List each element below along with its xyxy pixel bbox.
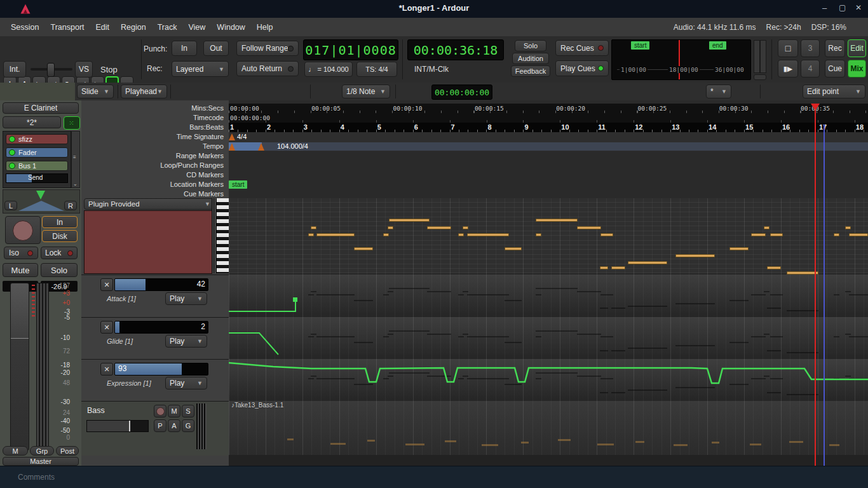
lane-automation-mode-dropdown[interactable]: Play▼ <box>165 292 207 305</box>
menu-region[interactable]: Region <box>115 23 152 32</box>
midi-note[interactable] <box>458 233 464 236</box>
bbt-clock[interactable]: 017|01|0008 <box>303 39 398 60</box>
menu-view[interactable]: View <box>182 23 211 32</box>
time-signature-button[interactable]: TS: 4/4 <box>356 62 397 77</box>
timesig-ruler[interactable]: 4/4 <box>229 132 868 142</box>
send-slider[interactable]: Send <box>6 173 68 183</box>
rec-page-button[interactable]: Rec <box>825 39 845 57</box>
secondary-clock[interactable]: 00:00:00:00 <box>431 85 492 100</box>
mini-timeline[interactable]: start end 1|00|00 18|00|00 36|00|00 <box>611 39 751 80</box>
midi-input-icon[interactable]: ⁙ <box>64 116 80 130</box>
fader-track[interactable] <box>10 283 29 451</box>
ruler-label-loop-punch-ranges[interactable]: Loop/Punch Ranges <box>81 161 224 170</box>
edit-mode-dropdown[interactable]: Slide▼ <box>77 85 114 98</box>
menu-session[interactable]: Session <box>5 23 44 32</box>
midi-note[interactable] <box>311 226 316 229</box>
play-cues-button[interactable]: Play Cues <box>555 60 609 76</box>
start-marker-tag[interactable]: start <box>631 41 649 50</box>
midi-note[interactable] <box>354 247 373 250</box>
menu-window[interactable]: Window <box>211 23 250 32</box>
midi-note[interactable] <box>770 233 783 236</box>
midi-note[interactable] <box>600 233 613 236</box>
processor-active-led[interactable] <box>9 149 15 156</box>
timesig-marker-icon[interactable] <box>229 133 235 140</box>
bass-record-button[interactable] <box>154 405 166 417</box>
midi-note[interactable] <box>308 233 314 236</box>
bass-midi-note[interactable] <box>367 440 375 442</box>
track-name-button[interactable]: E Clarinet <box>3 102 79 114</box>
ruler-label-time-signature[interactable]: Time Signature <box>81 132 224 142</box>
io-button[interactable]: *2* <box>3 116 61 128</box>
midi-note[interactable] <box>383 233 389 236</box>
pan-widget[interactable]: L R <box>3 189 80 214</box>
cd-markers-ruler[interactable] <box>229 170 868 180</box>
grid-4-button[interactable]: 4 <box>801 60 820 78</box>
grid-unit-dropdown[interactable]: 1/8 Note▼ <box>342 85 390 98</box>
loop-punch-ruler[interactable] <box>229 161 868 171</box>
bass-midi-note[interactable] <box>330 443 346 445</box>
midi-note[interactable] <box>388 226 393 229</box>
output-button[interactable]: Master <box>3 457 79 466</box>
punch-in-button[interactable]: In <box>172 41 197 56</box>
solo-indicator-button[interactable]: Solo <box>515 40 546 51</box>
midi-channel-panel[interactable] <box>84 210 212 274</box>
mute-button[interactable]: Mute <box>3 263 38 277</box>
mono-button[interactable]: M <box>3 446 28 456</box>
cue-strip-button[interactable]: ▮▶ <box>778 60 798 78</box>
solo-button[interactable]: Solo <box>41 263 78 277</box>
ruler-area[interactable]: 00:00:00:00 4/4 104.000/4 start 00:00:00… <box>229 100 868 199</box>
midi-note[interactable] <box>675 254 715 257</box>
processor-sfizz[interactable]: sfizz <box>6 134 68 144</box>
lane-value-slider[interactable]: 93 <box>114 363 208 376</box>
processor-box[interactable]: sfizzFaderBus 1 Send <box>3 131 71 188</box>
bass-mute-button[interactable]: M <box>168 405 180 417</box>
midi-note[interactable] <box>611 266 625 269</box>
editor-canvas[interactable]: ♪Take13_Bass-1.1 <box>229 198 868 466</box>
end-marker-tag[interactable]: end <box>709 41 726 50</box>
midi-note[interactable] <box>536 219 578 222</box>
grid-3-button[interactable]: 3 <box>801 39 820 57</box>
bass-midi-note[interactable] <box>445 440 456 442</box>
vari-speed-button[interactable]: VS <box>75 61 93 78</box>
timecode-ruler[interactable]: 00:00:00:00 <box>229 113 868 123</box>
start-location-marker[interactable]: start <box>229 180 247 189</box>
record-enable-button[interactable] <box>5 216 41 244</box>
edit-point-mode-dropdown[interactable]: Playhead▼ <box>121 85 167 98</box>
menu-track[interactable]: Track <box>152 23 183 32</box>
range-markers-ruler[interactable] <box>229 151 868 161</box>
cue-markers-ruler[interactable] <box>229 189 868 198</box>
midi-note[interactable] <box>389 219 430 222</box>
location-markers-ruler[interactable]: start <box>229 180 868 190</box>
feedback-indicator-button[interactable]: Feedback <box>511 65 550 77</box>
pan-left-button[interactable]: L <box>4 201 17 210</box>
bass-scroomer[interactable] <box>196 403 207 449</box>
ruler-label-tempo[interactable]: Tempo <box>81 142 224 151</box>
ruler-label-range-markers[interactable]: Range Markers <box>81 151 224 161</box>
solo-isolate-button[interactable]: Iso <box>4 247 38 259</box>
midi-note[interactable] <box>849 233 868 236</box>
ruler-label-cue-markers[interactable]: Cue Markers <box>81 189 224 199</box>
midi-note[interactable] <box>577 226 601 229</box>
bass-midi-note[interactable] <box>829 444 839 446</box>
metering-point-button[interactable]: Post <box>56 446 79 456</box>
tempo-text[interactable]: 104.000/4 <box>277 142 308 150</box>
bass-midi-note[interactable] <box>405 444 424 445</box>
minimize-button[interactable]: – <box>822 3 827 13</box>
cue-page-button[interactable]: Cue <box>825 60 845 78</box>
ruler-label-mins-secs[interactable]: Mins:Secs <box>81 104 224 113</box>
lane-automation-mode-dropdown[interactable]: Play▼ <box>165 335 207 348</box>
ruler-label-timecode[interactable]: Timecode <box>81 113 224 123</box>
bass-group-button[interactable]: G <box>182 419 194 432</box>
punch-out-button[interactable]: Out <box>203 41 229 56</box>
timesig-text[interactable]: 4/4 <box>237 133 247 140</box>
processor-bus-1[interactable]: Bus 1 <box>6 161 68 171</box>
edit-point-dropdown[interactable]: Edit point▼ <box>803 85 865 98</box>
pan-right-button[interactable]: R <box>64 201 77 210</box>
shuttle-slider[interactable] <box>31 68 72 71</box>
midi-note[interactable] <box>787 271 818 274</box>
bass-midi-note[interactable] <box>750 444 761 445</box>
bass-midi-note[interactable] <box>674 444 688 446</box>
midi-note[interactable] <box>767 266 781 269</box>
processor-active-led[interactable] <box>9 163 15 169</box>
monitor-input-button[interactable]: In <box>42 216 78 228</box>
